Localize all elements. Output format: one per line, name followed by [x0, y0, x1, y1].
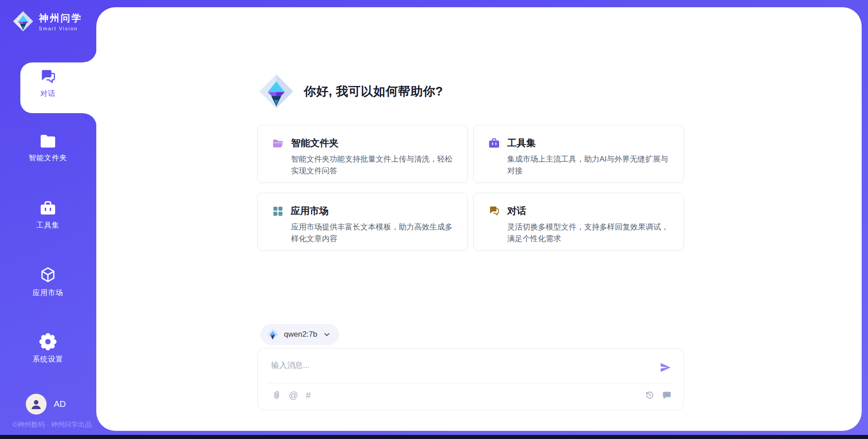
card-title: 智能文件夹 — [291, 137, 339, 149]
brand-logo: 神州问学 Smart Vision — [13, 11, 82, 32]
active-tab-curve-top — [83, 49, 97, 62]
active-tab-curve-bottom — [83, 113, 97, 127]
chat-icon — [488, 205, 500, 217]
toolbox-icon — [39, 200, 57, 217]
app-grid-icon — [272, 205, 283, 217]
greeting-block: 你好, 我可以如何帮助你? — [259, 74, 443, 109]
attachment-icon[interactable] — [271, 390, 281, 400]
bottom-bar — [0, 435, 868, 439]
card-title: 应用市场 — [291, 205, 329, 217]
brand-name: 神州问学 — [39, 12, 82, 24]
greeting-title: 你好, 我可以如何帮助你? — [304, 83, 443, 100]
message-input[interactable] — [271, 358, 651, 373]
card-toolset[interactable]: 工具集 集成市场上主流工具，助力AI与外界无缝扩展与对接 — [473, 125, 684, 183]
card-chat[interactable]: 对话 灵活切换多模型文件，支持多样回复效果调试，满足个性化需求 — [473, 193, 684, 251]
copyright-footer: ©神州数码 · 神州问学出品 — [13, 420, 91, 429]
card-description: 应用市场提供丰富长文本模板，助力高效生成多样化文章内容 — [291, 221, 455, 244]
card-description: 灵活切换多模型文件，支持多样回复效果调试，满足个性化需求 — [507, 221, 671, 244]
brand-subtitle: Smart Vision — [39, 26, 82, 31]
assistant-logo-icon — [259, 74, 294, 109]
card-title: 工具集 — [507, 137, 536, 149]
hashtag-icon[interactable]: # — [306, 390, 311, 400]
history-icon[interactable] — [645, 390, 655, 400]
sidebar-item-label: 工具集 — [37, 221, 60, 230]
model-logo-icon — [267, 329, 278, 340]
gear-icon — [39, 333, 57, 351]
sidebar-item-toolset[interactable]: 工具集 — [10, 200, 86, 230]
chevron-down-icon — [323, 330, 331, 339]
avatar — [26, 394, 47, 415]
card-description: 集成市场上主流工具，助力AI与外界无缝扩展与对接 — [507, 153, 671, 177]
sidebar-item-chat[interactable]: 对话 — [10, 68, 86, 99]
person-icon — [30, 398, 42, 410]
message-composer: @ # — [257, 348, 684, 410]
sidebar-item-app-market[interactable]: 应用市场 — [10, 266, 86, 298]
card-app-market[interactable]: 应用市场 应用市场提供丰富长文本模板，助力高效生成多样化文章内容 — [257, 193, 468, 251]
feature-cards: 智能文件夹 智能文件夹功能支持批量文件上传与清洗，轻松实现文件问答 工具集 集成… — [257, 125, 684, 251]
sidebar-item-smart-folder[interactable]: 智能文件夹 — [10, 133, 86, 163]
sidebar-item-label: 智能文件夹 — [29, 153, 67, 163]
card-description: 智能文件夹功能支持批量文件上传与清洗，轻松实现文件问答 — [291, 153, 455, 177]
model-name: qwen2:7b — [284, 330, 317, 339]
sidebar-item-label: 对话 — [40, 89, 56, 99]
card-smart-folder[interactable]: 智能文件夹 智能文件夹功能支持批量文件上传与清洗，轻松实现文件问答 — [257, 125, 468, 183]
brand-logo-icon — [13, 11, 33, 32]
composer-divider — [268, 383, 674, 383]
mention-icon[interactable]: @ — [289, 390, 298, 400]
briefcase-icon — [488, 138, 500, 149]
user-account[interactable]: AD — [26, 394, 66, 415]
chat-icon — [39, 68, 57, 85]
sidebar-item-label: 应用市场 — [33, 288, 63, 298]
cube-icon — [39, 266, 57, 284]
send-icon[interactable] — [659, 361, 672, 374]
sidebar-item-settings[interactable]: 系统设置 — [10, 333, 86, 364]
card-title: 对话 — [507, 205, 526, 217]
feedback-icon[interactable] — [662, 390, 672, 400]
user-initials: AD — [54, 399, 66, 409]
sidebar-item-label: 系统设置 — [33, 355, 63, 364]
open-folder-icon — [272, 138, 284, 148]
model-selector[interactable]: qwen2:7b — [260, 324, 339, 345]
folder-icon — [39, 133, 57, 149]
